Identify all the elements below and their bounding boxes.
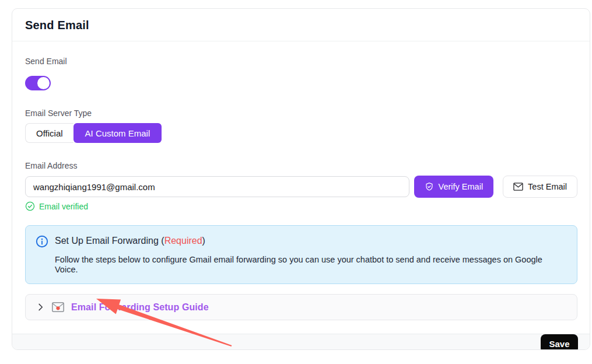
send-email-toggle[interactable] xyxy=(25,76,51,90)
email-address-row: Verify Email Test Email xyxy=(25,176,577,198)
info-icon xyxy=(36,235,48,275)
info-box-content: Set Up Email Forwarding (Required) Follo… xyxy=(55,235,568,275)
send-email-toggle-label: Send Email xyxy=(25,57,577,66)
email-verified-status: Email verified xyxy=(25,201,577,211)
server-type-label: Email Server Type xyxy=(25,108,577,118)
chevron-right-icon xyxy=(36,303,45,312)
email-forwarding-guide-accordion[interactable]: Email Forwarding Setup Guide xyxy=(25,294,577,320)
guide-link-label: Email Forwarding Setup Guide xyxy=(71,302,209,313)
page-title: Send Email xyxy=(25,19,577,32)
email-address-label: Email Address xyxy=(25,161,577,171)
test-email-button[interactable]: Test Email xyxy=(503,176,577,198)
server-type-official-button[interactable]: Official xyxy=(25,123,73,143)
email-verified-label: Email verified xyxy=(39,202,88,211)
save-button[interactable]: Save xyxy=(541,334,578,350)
email-address-input[interactable] xyxy=(25,176,409,197)
shield-check-icon xyxy=(425,182,434,191)
envelope-seal-icon xyxy=(52,302,64,312)
card-body: Send Email Email Server Type Official AI… xyxy=(12,41,590,334)
card-header: Send Email xyxy=(12,9,590,41)
send-email-card: Send Email Send Email Email Server Type … xyxy=(12,8,590,350)
required-text: Required xyxy=(164,236,202,246)
card-footer: Save xyxy=(12,334,590,350)
server-type-segmented-control: Official AI Custom Email xyxy=(25,123,162,143)
info-box-title: Set Up Email Forwarding (Required) xyxy=(55,235,568,247)
email-forwarding-info-box: Set Up Email Forwarding (Required) Follo… xyxy=(25,225,577,284)
envelope-icon xyxy=(513,183,523,191)
test-email-label: Test Email xyxy=(528,182,567,191)
server-type-ai-custom-email-button[interactable]: AI Custom Email xyxy=(73,123,162,143)
toggle-knob-icon xyxy=(37,77,50,89)
check-circle-icon xyxy=(25,201,35,211)
info-box-description: Follow the steps below to configure Gmai… xyxy=(55,255,568,275)
verify-email-button[interactable]: Verify Email xyxy=(414,176,494,198)
verify-email-label: Verify Email xyxy=(439,182,484,191)
info-title-text: Set Up Email Forwarding xyxy=(55,236,159,246)
required-close-paren: ) xyxy=(202,236,205,246)
